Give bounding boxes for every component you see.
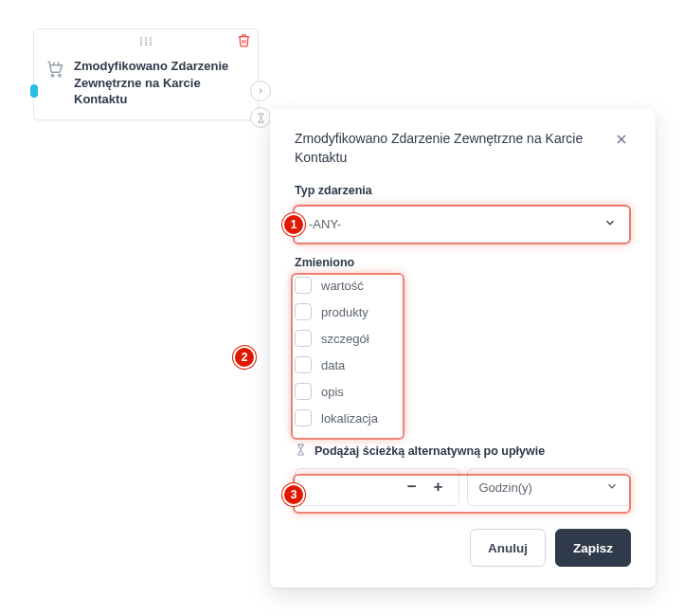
- delete-node-button[interactable]: [237, 33, 251, 51]
- node-title: Zmodyfikowano Zdarzenie Zewnętrzne na Ka…: [74, 58, 246, 108]
- increment-button[interactable]: +: [430, 478, 447, 497]
- node-body: Zmodyfikowano Zdarzenie Zewnętrzne na Ka…: [34, 52, 258, 119]
- hourglass-icon: [295, 444, 307, 459]
- svg-point-0: [51, 75, 53, 77]
- close-icon: [614, 132, 629, 147]
- panel-header: Zmodyfikowano Zdarzenie Zewnętrzne na Ka…: [295, 130, 631, 167]
- alt-path-label: Podążaj ścieżką alternatywną po upływie: [315, 444, 545, 458]
- checkbox[interactable]: [295, 330, 312, 347]
- time-row: − + Godzin(y): [295, 468, 631, 506]
- svg-point-1: [59, 75, 61, 77]
- chevron-down-icon: [603, 216, 617, 232]
- flow-node[interactable]: ⁞⁞⁞ Zmodyfikowano Zdarzenie Zewnętrzne n…: [33, 28, 259, 120]
- output-port-alt[interactable]: [250, 107, 271, 128]
- unit-value: Godzin(y): [479, 480, 532, 495]
- changed-checklist: wartość produkty szczegół data opis loka…: [295, 277, 631, 426]
- checkbox[interactable]: [295, 277, 312, 294]
- save-label: Zapisz: [573, 541, 613, 555]
- config-panel: Zmodyfikowano Zdarzenie Zewnętrzne na Ka…: [270, 109, 656, 588]
- changed-label: Zmieniono: [295, 256, 631, 269]
- chevron-right-icon: [256, 86, 265, 96]
- cancel-label: Anuluj: [488, 541, 528, 555]
- hourglass-icon: [256, 113, 266, 123]
- save-button[interactable]: Zapisz: [555, 529, 631, 567]
- duration-input[interactable]: − +: [295, 468, 459, 506]
- checkbox-row[interactable]: wartość: [295, 277, 631, 294]
- node-output-ports: [250, 81, 271, 128]
- checkbox[interactable]: [295, 383, 312, 400]
- alt-path-label-row: Podążaj ścieżką alternatywną po upływie: [295, 444, 631, 459]
- panel-title: Zmodyfikowano Zdarzenie Zewnętrzne na Ka…: [295, 130, 602, 167]
- checkbox-label: opis: [321, 385, 344, 399]
- checkbox-row[interactable]: produkty: [295, 303, 631, 320]
- checkbox-row[interactable]: szczegół: [295, 330, 631, 347]
- trash-icon: [237, 33, 251, 47]
- checkbox[interactable]: [295, 303, 312, 320]
- checkbox-label: produkty: [321, 305, 368, 319]
- drag-handle-icon[interactable]: ⁞⁞⁞: [139, 34, 153, 48]
- callout-badge-1: 1: [282, 213, 305, 236]
- chevron-down-icon: [605, 480, 619, 496]
- checkbox-label: lokalizacja: [321, 411, 378, 426]
- callout-badge-2: 2: [233, 346, 256, 369]
- event-type-label: Typ zdarzenia: [295, 184, 631, 197]
- panel-footer: Anuluj Zapisz: [295, 529, 631, 567]
- checkbox-row[interactable]: lokalizacja: [295, 409, 631, 426]
- checkbox[interactable]: [295, 356, 312, 373]
- checkbox-row[interactable]: data: [295, 356, 631, 373]
- node-toolbar: ⁞⁞⁞: [34, 29, 258, 52]
- unit-select[interactable]: Godzin(y): [467, 468, 632, 506]
- event-type-select[interactable]: -ANY-: [295, 205, 631, 243]
- checkbox-label: data: [321, 358, 345, 372]
- callout-badge-3: 3: [282, 483, 305, 506]
- checkbox-row[interactable]: opis: [295, 383, 631, 400]
- cancel-button[interactable]: Anuluj: [470, 529, 546, 567]
- stage: ⁞⁞⁞ Zmodyfikowano Zdarzenie Zewnętrzne n…: [0, 0, 683, 616]
- checkbox-label: wartość: [321, 279, 364, 293]
- output-port-primary[interactable]: [250, 81, 271, 101]
- checkbox[interactable]: [295, 409, 312, 426]
- decrement-button[interactable]: −: [404, 478, 421, 497]
- node-entry-port: [30, 84, 38, 98]
- event-type-value: -ANY-: [309, 217, 341, 231]
- checkbox-label: szczegół: [321, 332, 369, 346]
- cart-icon: [45, 60, 64, 82]
- close-button[interactable]: [612, 130, 631, 153]
